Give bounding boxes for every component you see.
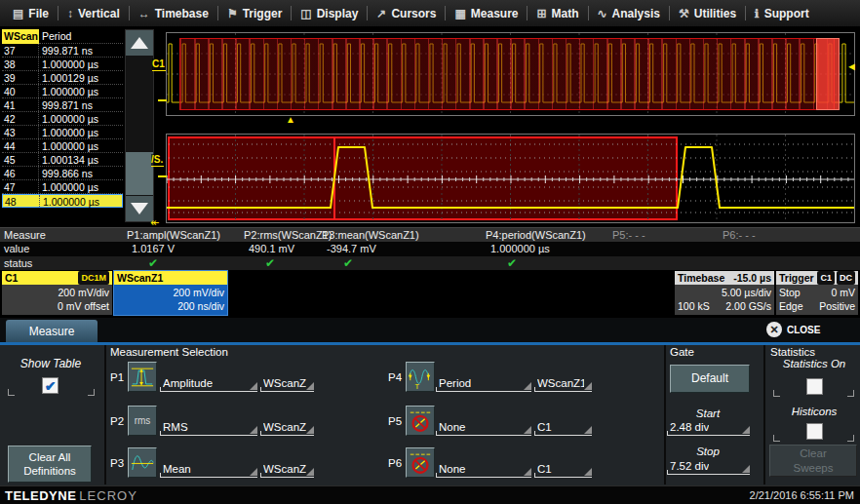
statistics-on-label: Statistics On (769, 358, 859, 369)
scan-table-row[interactable]: 471.000000 µs (2, 180, 123, 194)
measure-p2-header[interactable]: P2:rms(WScanZ1) (244, 228, 332, 243)
menu-analysis-button[interactable]: ∿Analysis (589, 0, 669, 26)
menu-measure-button[interactable]: ▦Measure (446, 0, 527, 26)
scrollbar-thumb[interactable] (126, 152, 153, 195)
scan-table-row[interactable]: 451.000134 µs (2, 153, 123, 167)
period-icon[interactable]: T (406, 362, 435, 392)
panel-divider (763, 345, 765, 485)
current-scan-segment-highlight[interactable] (816, 38, 840, 110)
p2-source-dropdown[interactable]: WScanZ1 (260, 412, 314, 436)
menu-display-button[interactable]: ◫Display (292, 0, 367, 26)
p2-measurement-dropdown[interactable]: RMS (160, 412, 257, 436)
gate-stop-field[interactable]: 7.52 div (667, 458, 750, 475)
checkmark-icon: ✔ (45, 379, 57, 393)
clear-all-definitions-button[interactable]: Clear All Definitions (8, 446, 92, 483)
scan-table-row[interactable]: 37999.871 ns (2, 44, 123, 58)
scan-table-row[interactable]: 481.000000 µs (2, 194, 123, 208)
scan-table-row[interactable]: 441.000000 µs (2, 139, 123, 153)
measure-p5-header[interactable]: P5:- - - (612, 228, 645, 243)
dialog-close-button[interactable]: ✕ CLOSE (766, 322, 820, 337)
panel-divider (664, 345, 666, 485)
scan-table-row[interactable]: 401.000000 µs (2, 85, 123, 98)
p1-measurement-dropdown[interactable]: Amplitude (160, 368, 257, 392)
source-value: WScanZ1 (263, 463, 306, 475)
slot-p1-label: P1 (110, 371, 124, 383)
measure-p6-header[interactable]: P6:- - - (723, 228, 756, 243)
measure-p1-header[interactable]: P1:ampl(WScanZ1) (127, 228, 220, 243)
menu-support-button[interactable]: ℹSupport (746, 0, 818, 26)
p4-measurement-dropdown[interactable]: Period (436, 368, 531, 392)
source-value: WScanZ1 (537, 377, 584, 389)
menu-vertical-button[interactable]: ↕Vertical (59, 0, 129, 26)
menu-math-button[interactable]: ⊞Math (528, 0, 587, 26)
none-icon[interactable] (406, 406, 435, 436)
show-table-checkbox[interactable]: ✔ (42, 377, 59, 394)
zoom-waveform-grid[interactable] (166, 134, 855, 223)
scroll-down-button[interactable] (126, 196, 153, 221)
source-value: C1 (537, 463, 552, 475)
scan-period-cell: 999.871 ns (39, 98, 123, 111)
c1-descriptor-box[interactable]: C1 DC1M 200 mV/div 0 mV offset (2, 271, 112, 315)
menu-trigger-button[interactable]: ⚑Trigger (218, 0, 291, 26)
measure-p3-header[interactable]: P3:mean(WScanZ1) (322, 228, 419, 243)
p6-source-dropdown[interactable]: C1 (534, 454, 592, 478)
trigger-descriptor-box[interactable]: Trigger C1 DC Stop 0 mV Edge Positive (776, 271, 858, 315)
p3-source-dropdown[interactable]: WScanZ1 (260, 454, 314, 478)
histicons-checkbox[interactable]: ✔ (806, 423, 823, 440)
mean-icon[interactable] (128, 447, 157, 478)
menu-utilities-button[interactable]: ⚒Utilities (670, 0, 745, 26)
c1-vdiv: 200 mV/div (5, 286, 109, 299)
timebase-descriptor-box[interactable]: Timebase -15.0 µs 5.00 µs/div 100 kS 2.0… (675, 271, 774, 315)
scan-table-row[interactable]: 46999.866 ns (2, 167, 123, 180)
measure-status-row: status ✔✔✔✔ (0, 256, 860, 270)
scan-table-row[interactable]: 431.000000 µs (2, 126, 123, 139)
scan-table-row[interactable]: 41999.871 ns (2, 98, 123, 112)
main-waveform-grid[interactable] (166, 32, 855, 116)
menu-label: Support (764, 7, 809, 20)
scan-table-row[interactable]: 421.000000 µs (2, 112, 123, 126)
gate-start-field[interactable]: 2.48 div (667, 419, 750, 436)
wscanz1-zero-level-marker (158, 175, 167, 177)
scroll-up-button[interactable] (126, 30, 153, 56)
focus-bracket-left (773, 435, 780, 442)
scan-period-cell: 1.000134 µs (39, 153, 123, 166)
wscanz1-descriptor-box[interactable]: WScanZ1 200 mV/div 200 ns/div (114, 271, 227, 315)
p6-measurement-dropdown[interactable]: None (436, 454, 531, 478)
utilities-icon: ⚒ (679, 7, 689, 20)
scan-table-scrollbar[interactable] (125, 29, 154, 222)
none-icon[interactable] (406, 447, 435, 478)
clear-sweeps-button[interactable]: Clear Sweeps (769, 445, 857, 477)
p3-measurement-dropdown[interactable]: Mean (160, 454, 257, 478)
menu-cursors-button[interactable]: ↗Cursors (368, 0, 445, 26)
trigger-level-marker[interactable]: ◄ (846, 60, 857, 72)
trigger-position-marker[interactable]: ▲ (286, 114, 295, 125)
field-corner-icon (524, 382, 531, 390)
scan-zoom-region-overlay[interactable] (179, 38, 835, 110)
value-row-label: value (4, 242, 29, 256)
p5-measurement-dropdown[interactable]: None (436, 412, 531, 436)
tab-measure[interactable]: Measure (6, 320, 98, 342)
trigger-slope: Positive (819, 299, 855, 313)
timebase-samples: 100 kS (678, 299, 710, 313)
menu-file-button[interactable]: ▤File (4, 0, 58, 26)
scan-table-row[interactable]: 391.000129 µs (2, 71, 123, 85)
p5-source-dropdown[interactable]: C1 (534, 412, 592, 436)
scan-index-cell: 41 (2, 98, 39, 111)
menu-timebase-button[interactable]: ↔Timebase (130, 0, 217, 26)
amplitude-icon[interactable] (128, 362, 157, 392)
scan-period-cell: 1.000000 µs (39, 85, 123, 97)
p1-source-dropdown[interactable]: WScanZ1 (260, 368, 314, 392)
status-ok-icon: ✔ (148, 256, 158, 270)
measure-p1-value: 1.0167 V (132, 242, 175, 256)
scan-table-row[interactable]: 381.000000 µs (2, 58, 123, 71)
statistics-on-checkbox[interactable]: ✔ (806, 378, 823, 395)
histicons-label: Histicons (769, 406, 859, 417)
gate-default-button[interactable]: Default (670, 365, 750, 393)
c1-ground-level-marker (158, 99, 167, 101)
measure-header-row: Measure P1:ampl(WScanZ1)P2:rms(WScanZ1)P… (0, 227, 860, 242)
field-corner-icon (742, 426, 750, 434)
p4-source-dropdown[interactable]: WScanZ1 (534, 368, 592, 392)
scan-period-cell: 1.000000 µs (39, 180, 123, 193)
rms-icon[interactable]: rms (128, 406, 157, 436)
measure-p4-header[interactable]: P4:period(WScanZ1) (486, 228, 586, 243)
